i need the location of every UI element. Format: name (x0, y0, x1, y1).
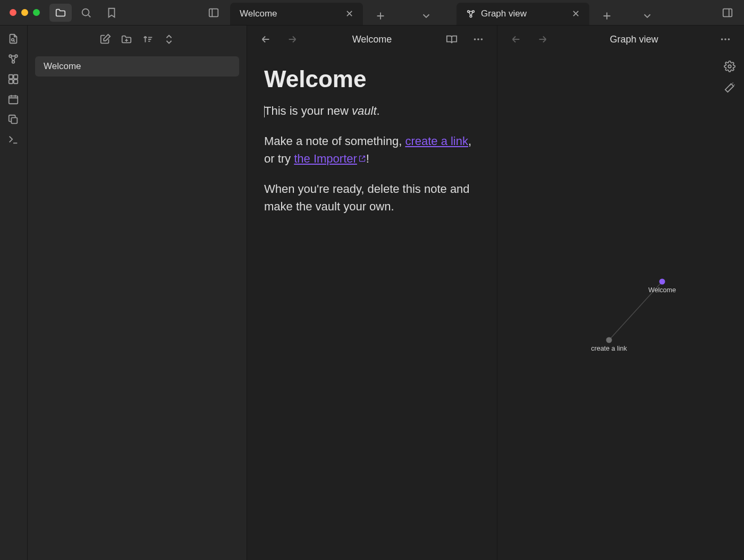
graph-filters-button[interactable] (724, 82, 737, 95)
folder-icon (55, 7, 66, 19)
close-window-button[interactable] (10, 9, 16, 16)
file-list: Welcome (28, 53, 247, 80)
collapse-sidebar-button[interactable] (202, 4, 225, 22)
new-tab-button[interactable] (596, 7, 618, 25)
arrow-right-icon (286, 33, 298, 45)
tab-group-left: Welcome ✕ (230, 0, 441, 25)
window-controls (0, 9, 49, 16)
file-item-welcome[interactable]: Welcome (35, 56, 239, 77)
graph-canvas[interactable]: Welcomecreate a link (497, 53, 744, 560)
arrow-right-icon (537, 33, 548, 45)
editor-pane-header: Welcome (247, 26, 497, 53)
tab-group-left-actions (366, 7, 441, 25)
collapse-right-sidebar-button[interactable] (716, 4, 739, 22)
templates-button[interactable] (7, 114, 20, 126)
editor-pane-title[interactable]: Welcome (309, 34, 435, 45)
maximize-window-button[interactable] (33, 9, 40, 16)
note-paragraph-1[interactable]: This is your new vault. (264, 102, 480, 120)
graph-settings-button[interactable] (724, 61, 737, 73)
pen-square-icon (99, 33, 111, 45)
wand-icon (724, 82, 735, 94)
book-open-icon (446, 33, 458, 45)
note-paragraph-2[interactable]: Make a note of something, create a link,… (264, 132, 480, 167)
svg-rect-12 (9, 80, 12, 83)
file-explorer: Welcome (28, 26, 247, 560)
internal-link-create-a-link[interactable]: create a link (405, 134, 468, 148)
svg-point-16 (474, 38, 476, 40)
graph-svg[interactable]: Welcomecreate a link (497, 53, 744, 560)
search-tab-button[interactable] (75, 4, 97, 22)
graph-pane-title: Graph view (559, 34, 709, 45)
graph-node-welcome[interactable] (660, 279, 665, 285)
graph-pane: Graph view Welcomecreate a link (497, 26, 744, 560)
chevrons-up-down-icon (163, 33, 175, 45)
arrow-left-icon (510, 33, 522, 45)
bookmarks-tab-button[interactable] (100, 4, 123, 22)
minimize-window-button[interactable] (21, 9, 28, 16)
canvas-icon (7, 73, 19, 85)
titlebar-left-actions (49, 4, 123, 22)
titlebar-right-actions (711, 4, 744, 22)
new-folder-button[interactable] (121, 33, 132, 45)
files-tab-button[interactable] (49, 4, 72, 22)
terminal-icon (7, 134, 19, 146)
nav-forward-button[interactable] (531, 30, 554, 48)
reading-view-toggle[interactable] (441, 30, 463, 48)
tab-list-dropdown[interactable] (636, 7, 658, 25)
tab-welcome[interactable]: Welcome ✕ (230, 3, 363, 25)
svg-rect-11 (13, 75, 17, 79)
more-horizontal-icon (720, 33, 731, 45)
tab-close-button[interactable]: ✕ (343, 8, 356, 20)
plus-icon (375, 10, 386, 22)
graph-node-create-a-link[interactable] (606, 337, 612, 343)
more-horizontal-icon (472, 33, 484, 45)
more-options-button[interactable] (467, 30, 489, 48)
new-note-button[interactable] (99, 33, 111, 45)
collapse-all-button[interactable] (163, 33, 175, 45)
note-editor[interactable]: Welcome This is your new vault. Make a n… (247, 53, 497, 560)
graph-icon (7, 53, 19, 65)
nav-forward-button[interactable] (281, 30, 303, 48)
external-link-the-importer[interactable]: the Importer (294, 152, 366, 165)
nav-back-button[interactable] (255, 30, 277, 48)
sort-button[interactable] (142, 33, 154, 45)
sort-icon (142, 33, 154, 45)
svg-point-20 (724, 38, 726, 40)
create-canvas-button[interactable] (7, 73, 20, 86)
editor-pane: Welcome Welcome This is your new vault. … (247, 26, 497, 560)
file-explorer-toolbar (28, 26, 247, 53)
tab-graph-view[interactable]: Graph view ✕ (456, 3, 589, 25)
svg-rect-1 (209, 9, 218, 16)
graph-node-label: Welcome (648, 286, 676, 294)
nav-back-button[interactable] (505, 30, 527, 48)
chevron-down-icon (420, 10, 432, 22)
tab-group-right: Graph view ✕ (456, 0, 662, 25)
command-palette-button[interactable] (7, 134, 20, 147)
bookmark-icon (106, 7, 117, 19)
graph-icon (466, 9, 476, 19)
note-title[interactable]: Welcome (264, 66, 480, 92)
note-paragraph-3[interactable]: When you're ready, delete this note and … (264, 180, 480, 215)
tab-list-dropdown[interactable] (415, 7, 437, 25)
svg-point-6 (11, 39, 14, 41)
arrow-left-icon (260, 33, 272, 45)
tab-title: Graph view (481, 9, 564, 19)
new-tab-button[interactable] (369, 7, 392, 25)
quick-switcher-button[interactable] (7, 33, 20, 46)
svg-rect-5 (723, 9, 732, 16)
graph-pane-header: Graph view (497, 26, 744, 53)
svg-point-21 (728, 38, 730, 40)
open-graph-view-button[interactable] (7, 53, 20, 66)
tab-title: Welcome (240, 9, 338, 19)
more-options-button[interactable] (714, 30, 737, 48)
tab-group-right-actions (593, 7, 662, 25)
search-icon (80, 7, 92, 19)
svg-point-19 (721, 38, 723, 40)
daily-note-button[interactable] (7, 94, 20, 106)
calendar-icon (7, 94, 19, 105)
folder-plus-icon (121, 33, 132, 45)
plus-icon (601, 10, 613, 22)
tab-close-button[interactable]: ✕ (570, 8, 582, 20)
svg-point-22 (728, 65, 731, 68)
external-link-icon (358, 150, 366, 167)
